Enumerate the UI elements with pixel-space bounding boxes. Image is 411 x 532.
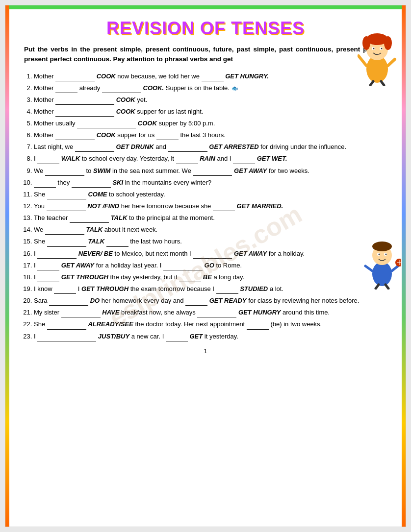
svg-point-8: [381, 48, 383, 49]
verb-5: COOK: [138, 120, 157, 127]
blank-17b[interactable]: [163, 264, 203, 270]
blank-22a[interactable]: [47, 323, 86, 330]
blank-9b[interactable]: [193, 169, 232, 176]
top-border: [5, 5, 406, 9]
list-item: She COME to school yesterday.: [34, 190, 387, 199]
list-item: Mother COOK supper for us the last 3 hou…: [34, 130, 387, 140]
blank-19b[interactable]: [216, 287, 238, 294]
blank-6a[interactable]: [55, 133, 95, 140]
list-item: Mother COOK yet.: [34, 95, 387, 105]
worksheet-page: eslprintables.com REVISION OF TENSES Put…: [5, 5, 406, 527]
blank-20a[interactable]: [49, 299, 88, 306]
blank-22b[interactable]: [247, 323, 269, 330]
list-item: I know I GET THROUGH the exam tomorrow b…: [34, 284, 387, 294]
list-item: I NEVER/ BE to Mexico, but next month I …: [34, 249, 387, 259]
blank-11[interactable]: [47, 193, 86, 199]
verb-9a: SWIM: [93, 167, 110, 174]
blank-1a[interactable]: [55, 74, 95, 81]
cartoon-character-top: [358, 32, 397, 81]
list-item: Mother already COOK. Supper is on the ta…: [34, 83, 387, 93]
verb-20a: DO: [90, 297, 100, 304]
blank-10a[interactable]: [34, 181, 56, 188]
list-item: She ALREADY/SEE the doctor today. Her ne…: [34, 319, 387, 329]
blank-18b[interactable]: [179, 275, 201, 282]
verb-12b: GET MARRIED.: [237, 202, 283, 210]
blank-15b[interactable]: [106, 240, 128, 247]
verb-21a: HAVE: [102, 309, 119, 316]
svg-point-13: [372, 262, 392, 286]
svg-line-20: [365, 266, 372, 271]
blank-2b[interactable]: [102, 86, 141, 93]
verb-9b: GET AWAY: [234, 167, 267, 174]
verb-3: COOK: [116, 96, 135, 103]
blank-8b[interactable]: [176, 157, 198, 164]
blank-23b[interactable]: [166, 335, 188, 341]
verb-16a: NEVER/ BE: [78, 250, 113, 257]
verb-22a: ALREADY/SEE: [88, 320, 133, 328]
svg-point-15: [372, 242, 392, 251]
blank-21a[interactable]: [61, 311, 101, 317]
blank-20b[interactable]: [185, 299, 207, 306]
blank-2a[interactable]: [55, 86, 77, 93]
verb-19b: STUDIED: [240, 285, 268, 292]
list-item: Last night, we GET DRUNK and GET ARRESTE…: [34, 142, 387, 152]
list-item: Mother usually COOK supper by 5:00 p.m.: [34, 119, 387, 128]
list-item: I JUST/BUY a new car. I GET it yesterday…: [34, 332, 387, 341]
blank-5[interactable]: [77, 121, 136, 128]
blank-7b[interactable]: [168, 145, 207, 152]
blank-12b[interactable]: [213, 204, 235, 211]
svg-line-11: [370, 81, 373, 85]
svg-line-9: [359, 56, 366, 66]
blank-6b[interactable]: [156, 133, 179, 140]
blank-4[interactable]: [55, 110, 114, 117]
list-item: We to SWIM in the sea next summer. We GE…: [34, 166, 387, 176]
svg-point-4: [384, 36, 392, 50]
svg-line-12: [381, 81, 384, 85]
blank-14[interactable]: [45, 228, 84, 235]
instructions-text: Put the verbs in the present simple, pre…: [24, 45, 387, 65]
list-item: She TALK the last two hours.: [34, 237, 387, 246]
blank-3[interactable]: [55, 98, 114, 105]
verb-15: TALK: [88, 238, 104, 245]
blank-8a[interactable]: [37, 157, 59, 164]
blank-19a[interactable]: [54, 287, 76, 294]
svg-line-10: [388, 59, 395, 66]
blank-16a[interactable]: [37, 252, 77, 259]
verb-8a: WALK: [61, 155, 80, 162]
list-item: I GET THROUGH the day yesterday, but it …: [34, 272, 387, 282]
svg-point-7: [373, 48, 375, 49]
exercise-list: Mother COOK now because, we told her we …: [24, 72, 387, 341]
verb-7b: GET ARRESTED: [209, 143, 258, 150]
right-border: [402, 5, 406, 527]
left-border: [5, 5, 9, 527]
cartoon-character-mid: [364, 241, 401, 285]
verb-8b: RAIN: [200, 155, 215, 162]
blank-18a[interactable]: [37, 275, 59, 282]
blank-21b[interactable]: [197, 311, 236, 317]
blank-17a[interactable]: [37, 264, 59, 270]
blank-16b[interactable]: [193, 252, 232, 259]
verb-10: SKI: [112, 179, 123, 186]
svg-line-26: [385, 285, 388, 289]
blank-12a[interactable]: [47, 204, 86, 211]
blank-23a[interactable]: [37, 335, 96, 341]
blank-9a[interactable]: [45, 169, 84, 176]
verb-8c: GET WET.: [257, 155, 287, 162]
verb-23b: GET: [189, 333, 203, 340]
blank-13[interactable]: [70, 216, 109, 223]
blank-8c[interactable]: [233, 157, 255, 164]
verb-1a: COOK: [97, 73, 116, 80]
verb-6a: COOK: [97, 131, 116, 139]
blank-1b[interactable]: [202, 74, 224, 81]
page-title: REVISION OF TENSES: [24, 18, 387, 39]
blank-7a[interactable]: [75, 145, 114, 152]
list-item: We TALK about it next week.: [34, 225, 387, 235]
verb-18b: BE: [203, 273, 212, 281]
blank-15a[interactable]: [47, 240, 86, 247]
list-item: Mother COOK now because, we told her we …: [34, 72, 387, 81]
blank-10b[interactable]: [72, 181, 111, 188]
list-item: Mother COOK supper for us last night.: [34, 107, 387, 117]
verb-13: TALK: [111, 214, 128, 221]
list-item: I GET AWAY for a holiday last year. I GO…: [34, 261, 387, 270]
verb-1b: GET HUNGRY.: [225, 73, 269, 80]
